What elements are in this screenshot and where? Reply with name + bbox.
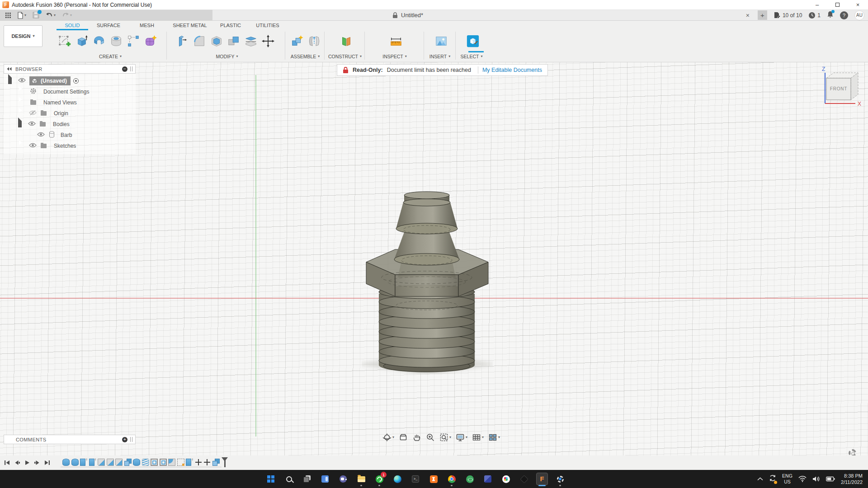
taskbar-icon-xampp[interactable] — [428, 471, 439, 487]
tree-item-bodies[interactable]: Bodies — [4, 119, 136, 130]
eye-hidden-icon[interactable] — [29, 110, 37, 116]
tray-chevron-up-icon[interactable] — [757, 477, 763, 481]
avatar[interactable]: AU — [854, 10, 864, 20]
insert-canvas-button[interactable] — [434, 31, 449, 52]
job-status-button[interactable]: 1 — [808, 12, 821, 19]
comments-add-button[interactable]: + — [122, 437, 127, 442]
save-button[interactable] — [31, 11, 41, 19]
move-button[interactable] — [260, 31, 276, 52]
group-label-create[interactable]: CREATE▾ — [54, 52, 166, 61]
panel-minus-button[interactable]: − — [122, 66, 127, 72]
notifications-button[interactable] — [827, 11, 834, 20]
timeline-feature-pattern[interactable] — [151, 459, 158, 466]
timeline-feature-extrude[interactable] — [89, 459, 94, 466]
timeline-feature-extrude[interactable] — [186, 459, 191, 466]
taskbar-icon-db-app[interactable] — [464, 471, 476, 487]
tab-close-button[interactable]: × — [744, 12, 751, 19]
display-settings-button[interactable]: ▾ — [454, 432, 469, 443]
language-indicator[interactable]: ENG US — [782, 473, 793, 485]
play-button[interactable] — [24, 459, 31, 466]
timeline-feature-chamfer[interactable] — [98, 459, 105, 466]
viewport-canvas[interactable]: Read-Only: Document limit has been reach… — [0, 62, 868, 455]
new-tab-button[interactable]: + — [758, 10, 767, 20]
shell-button[interactable] — [209, 31, 224, 52]
look-at-button[interactable] — [397, 432, 409, 443]
taskbar-icon-chat[interactable] — [337, 471, 349, 487]
taskbar-icon-whatsapp[interactable]: 1 — [373, 471, 385, 487]
tree-item-barb[interactable]: Barb — [4, 130, 136, 141]
eye-icon[interactable] — [29, 143, 37, 148]
selected-root-item[interactable]: (Unsaved) — [29, 76, 71, 85]
taskbar-icon-inkscape[interactable] — [518, 471, 530, 487]
undo-button[interactable]: ▾ — [44, 11, 57, 19]
taskbar-icon-slack[interactable] — [500, 471, 512, 487]
timeline-feature-chamfer[interactable] — [107, 459, 114, 466]
joint-button[interactable] — [307, 31, 322, 52]
combine-button[interactable] — [226, 31, 241, 52]
eye-icon[interactable] — [18, 78, 26, 83]
group-label-assemble[interactable]: ASSEMBLE▾ — [287, 52, 324, 61]
collapse-arrow-icon[interactable] — [19, 141, 22, 151]
new-file-button[interactable]: ▾ — [16, 11, 28, 20]
taskbar-icon-builder-3d[interactable] — [482, 471, 494, 487]
taskbar-icon-chrome[interactable] — [446, 471, 458, 487]
timeline-feature-pattern[interactable] — [160, 459, 167, 466]
measure-button[interactable] — [388, 31, 404, 52]
timeline-feature-move[interactable] — [203, 459, 211, 466]
collapse-arrow-icon[interactable] — [19, 86, 22, 97]
document-tab[interactable]: Untitled* — [392, 10, 423, 20]
group-label-insert[interactable]: INSERT▾ — [425, 52, 455, 61]
tab-solid[interactable]: SOLID — [57, 22, 88, 29]
grid-display-button[interactable]: ▾ — [471, 432, 485, 443]
tab-surface[interactable]: SURFACE — [92, 22, 125, 29]
document-counter[interactable]: 10 of 10 — [774, 12, 802, 19]
expand-arrow-icon[interactable] — [8, 74, 12, 84]
tab-sheet-metal[interactable]: SHEET METAL — [168, 22, 212, 29]
wifi-icon[interactable] — [798, 476, 807, 482]
panel-grip[interactable] — [130, 437, 132, 442]
tab-utilities[interactable]: UTILITIES — [251, 22, 284, 29]
preferences-gear-icon[interactable] — [849, 449, 856, 455]
taskbar-icon-search[interactable] — [283, 471, 295, 487]
orbit-button[interactable]: ▾ — [381, 432, 396, 443]
timeline-feature-cylinder[interactable] — [71, 459, 79, 466]
create-form-button[interactable] — [143, 31, 158, 52]
timeline-feature-chamfer[interactable] — [115, 459, 123, 466]
split-body-button[interactable] — [243, 31, 259, 52]
fit-button[interactable]: ▾ — [438, 432, 453, 443]
close-button[interactable]: × — [848, 0, 868, 9]
tree-item-document-settings[interactable]: Document Settings — [4, 86, 136, 97]
construct-plane-button[interactable] — [339, 31, 354, 52]
comments-header[interactable]: COMMENTS + — [4, 435, 136, 444]
collapse-arrow-icon[interactable] — [19, 108, 22, 119]
timeline-feature-coil[interactable] — [142, 459, 149, 466]
battery-icon[interactable] — [826, 476, 835, 482]
timeline-position-marker[interactable] — [224, 458, 226, 467]
pan-button[interactable] — [411, 432, 423, 443]
timeline-feature-combine[interactable] — [124, 459, 132, 466]
model-barb-body[interactable] — [362, 189, 493, 374]
step-back-button[interactable] — [14, 459, 21, 466]
fillet-button[interactable] — [192, 31, 207, 52]
taskbar-icon-edge[interactable] — [392, 471, 403, 487]
eye-icon[interactable] — [37, 132, 45, 137]
timeline-feature-cylinder[interactable] — [133, 459, 140, 466]
zoom-button[interactable] — [425, 432, 436, 443]
tab-plastic[interactable]: PLASTIC — [216, 22, 245, 29]
view-cube[interactable]: Z FRONT X — [804, 63, 863, 112]
timeline-feature-fillet[interactable] — [168, 459, 175, 466]
step-forward-button[interactable] — [33, 459, 41, 466]
press-pull-button[interactable] — [175, 31, 190, 52]
timeline-feature-extrude[interactable] — [80, 459, 85, 466]
group-label-inspect[interactable]: INSPECT▾ — [366, 52, 423, 61]
taskbar-icon-fusion-360[interactable]: F — [536, 471, 548, 487]
app-grid-button[interactable] — [4, 11, 12, 19]
eye-icon[interactable] — [28, 121, 36, 126]
sync-status-icon[interactable] — [769, 474, 776, 483]
taskbar-icon-file-explorer[interactable] — [355, 471, 367, 487]
revolve-button[interactable] — [91, 31, 107, 52]
browser-header[interactable]: BROWSER − — [4, 64, 136, 74]
maximize-button[interactable] — [827, 0, 848, 9]
taskbar-icon-terminal[interactable] — [410, 471, 421, 487]
timeline-feature-sketch[interactable] — [177, 459, 184, 466]
